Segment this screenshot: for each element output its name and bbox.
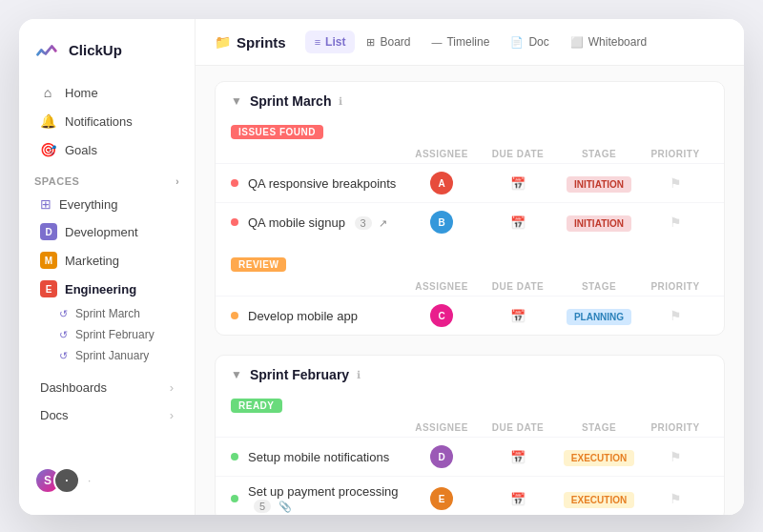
assignee-avatar: D bbox=[430, 445, 453, 468]
priority-flag: ⚑ bbox=[642, 308, 709, 323]
engineering-avatar: E bbox=[40, 280, 57, 297]
task-dot bbox=[231, 218, 238, 226]
nav-goals[interactable]: 🎯 Goals bbox=[25, 135, 189, 164]
calendar-icon: 📅 bbox=[510, 450, 526, 464]
content-area: ▼ Sprint March ℹ ISSUES FOUND ASSIGNEE D… bbox=[196, 66, 744, 515]
folder-icon: 📁 bbox=[215, 34, 231, 50]
stage-badge: EXECUTION bbox=[564, 450, 634, 466]
chevron-right-icon-docs: › bbox=[170, 408, 174, 422]
sprint-march-info-icon[interactable]: ℹ bbox=[339, 95, 342, 108]
issues-found-label-row: ISSUES FOUND bbox=[216, 116, 724, 145]
table-header-review: ASSIGNEE DUE DATE STAGE PRIORITY bbox=[216, 277, 724, 296]
sprint-march-toggle[interactable]: ▼ bbox=[231, 94, 242, 108]
priority-flag: ⚑ bbox=[642, 175, 709, 191]
calendar-icon: 📅 bbox=[510, 309, 526, 323]
spaces-everything[interactable]: ⊞ Everything bbox=[25, 191, 189, 217]
main-nav: ⌂ Home 🔔 Notifications 🎯 Goals bbox=[19, 78, 195, 164]
grid-icon: ⊞ bbox=[40, 196, 52, 212]
user-avatar-group: S · bbox=[34, 467, 80, 494]
sprint-february-info-icon[interactable]: ℹ bbox=[357, 369, 361, 381]
header-title: 📁 Sprints bbox=[215, 34, 286, 51]
sprint-february-toggle[interactable]: ▼ bbox=[231, 368, 242, 381]
spaces-engineering[interactable]: E Engineering bbox=[25, 275, 189, 303]
sprint-march-section: ▼ Sprint March ℹ ISSUES FOUND ASSIGNEE D… bbox=[215, 81, 725, 336]
sidebar-sprint-march[interactable]: ↺ Sprint March bbox=[25, 303, 189, 324]
main-area: 📁 Sprints ≡ List ⊞ Board — Timeline 📄 bbox=[196, 19, 744, 515]
table-header-issues: ASSIGNEE DUE DATE STAGE PRIORITY bbox=[216, 145, 724, 163]
spaces-section-title: Spaces › bbox=[19, 164, 195, 191]
assignee-avatar: E bbox=[430, 487, 453, 510]
main-header: 📁 Sprints ≡ List ⊞ Board — Timeline 📄 bbox=[196, 19, 744, 66]
sprint-february-icon: ↺ bbox=[59, 329, 68, 341]
link-icon: ↗ bbox=[379, 217, 387, 229]
task-dot bbox=[231, 453, 238, 460]
review-label-row: REVIEW bbox=[216, 249, 724, 277]
sidebar-sprint-january[interactable]: ↺ Sprint January bbox=[25, 345, 189, 366]
task-develop-mobile[interactable]: Develop mobile app C 📅 PLANNING ⚑ bbox=[216, 296, 724, 335]
nav-home[interactable]: ⌂ Home bbox=[25, 78, 189, 107]
assignee-avatar: B bbox=[430, 211, 453, 234]
sprint-february-header: ▼ Sprint February ℹ bbox=[216, 356, 724, 382]
user-area[interactable]: S · · bbox=[19, 456, 195, 498]
stage-badge: INITIATION bbox=[567, 215, 631, 232]
nav-dashboards[interactable]: Dashboards › bbox=[25, 374, 189, 401]
priority-flag: ⚑ bbox=[642, 491, 709, 506]
home-icon: ⌂ bbox=[40, 85, 55, 100]
clickup-logo-icon bbox=[34, 36, 61, 63]
tab-whiteboard[interactable]: ⬜ Whiteboard bbox=[561, 31, 656, 53]
tab-board[interactable]: ⊞ Board bbox=[357, 31, 420, 53]
doc-tab-icon: 📄 bbox=[510, 36, 524, 49]
sprint-february-section: ▼ Sprint February ℹ READY ASSIGNEE DUE D… bbox=[215, 355, 725, 515]
marketing-avatar: M bbox=[40, 252, 57, 269]
stage-badge: INITIATION bbox=[567, 176, 631, 193]
review-group: REVIEW ASSIGNEE DUE DATE STAGE PRIORITY … bbox=[216, 249, 724, 335]
board-tab-icon: ⊞ bbox=[366, 36, 375, 49]
view-tabs: ≡ List ⊞ Board — Timeline 📄 Doc ⬜ Whi bbox=[305, 31, 656, 53]
ready-group: READY ASSIGNEE DUE DATE STAGE PRIORITY S… bbox=[216, 390, 724, 515]
calendar-icon: 📅 bbox=[510, 215, 526, 230]
task-qa-breakpoints[interactable]: QA responsive breakpoints A 📅 INITIATION… bbox=[216, 163, 724, 202]
tab-list[interactable]: ≡ List bbox=[305, 31, 356, 53]
task-dot bbox=[231, 179, 238, 187]
task-setup-notifications[interactable]: Setup mobile notifications D 📅 EXECUTION… bbox=[216, 437, 724, 476]
task-due-date: 📅 bbox=[480, 450, 556, 464]
task-qa-signup[interactable]: QA mobile signup 3 ↗ B 📅 INITIATION bbox=[216, 202, 724, 241]
chevron-icon: › bbox=[175, 176, 179, 187]
sidebar-sprint-february[interactable]: ↺ Sprint February bbox=[25, 324, 189, 345]
assignee-avatar: C bbox=[430, 304, 453, 327]
task-payment-processing[interactable]: Set up payment processing 5 📎 E 📅 EXECUT… bbox=[216, 476, 724, 515]
logo-area: ClickUp bbox=[19, 36, 195, 78]
tab-doc[interactable]: 📄 Doc bbox=[501, 31, 558, 53]
spaces-development[interactable]: D Development bbox=[25, 217, 189, 246]
issues-found-group: ISSUES FOUND ASSIGNEE DUE DATE STAGE PRI… bbox=[216, 116, 724, 241]
user-dot: · bbox=[88, 474, 91, 487]
task-due-date: 📅 bbox=[480, 215, 556, 230]
sprint-march-header: ▼ Sprint March ℹ bbox=[216, 82, 724, 109]
table-header-ready: ASSIGNEE DUE DATE STAGE PRIORITY bbox=[216, 419, 724, 437]
list-tab-icon: ≡ bbox=[315, 36, 320, 48]
ready-badge: READY bbox=[231, 399, 282, 413]
task-dot bbox=[231, 312, 238, 319]
sidebar: ClickUp ⌂ Home 🔔 Notifications 🎯 Goals S… bbox=[19, 19, 196, 515]
user-avatar-secondary: · bbox=[53, 467, 80, 494]
spaces-marketing[interactable]: M Marketing bbox=[25, 246, 189, 275]
whiteboard-tab-icon: ⬜ bbox=[570, 36, 584, 49]
task-due-date: 📅 bbox=[480, 492, 556, 506]
calendar-icon: 📅 bbox=[510, 492, 526, 506]
task-due-date: 📅 bbox=[480, 176, 556, 191]
goals-icon: 🎯 bbox=[40, 142, 55, 157]
tab-timeline[interactable]: — Timeline bbox=[422, 31, 499, 53]
calendar-icon: 📅 bbox=[510, 176, 526, 191]
nav-notifications[interactable]: 🔔 Notifications bbox=[25, 107, 189, 135]
timeline-tab-icon: — bbox=[431, 36, 442, 48]
nav-docs[interactable]: Docs › bbox=[25, 401, 189, 429]
app-container: ClickUp ⌂ Home 🔔 Notifications 🎯 Goals S… bbox=[19, 19, 744, 515]
logo-text: ClickUp bbox=[69, 42, 122, 58]
attachment-icon: 📎 bbox=[278, 501, 292, 512]
review-badge: REVIEW bbox=[231, 257, 286, 272]
issues-found-badge: ISSUES FOUND bbox=[231, 125, 323, 139]
bell-icon: 🔔 bbox=[40, 113, 55, 129]
priority-flag: ⚑ bbox=[642, 449, 709, 464]
sidebar-bottom-nav: Dashboards › Docs › bbox=[19, 374, 195, 429]
sprint-march-icon: ↺ bbox=[59, 308, 68, 320]
